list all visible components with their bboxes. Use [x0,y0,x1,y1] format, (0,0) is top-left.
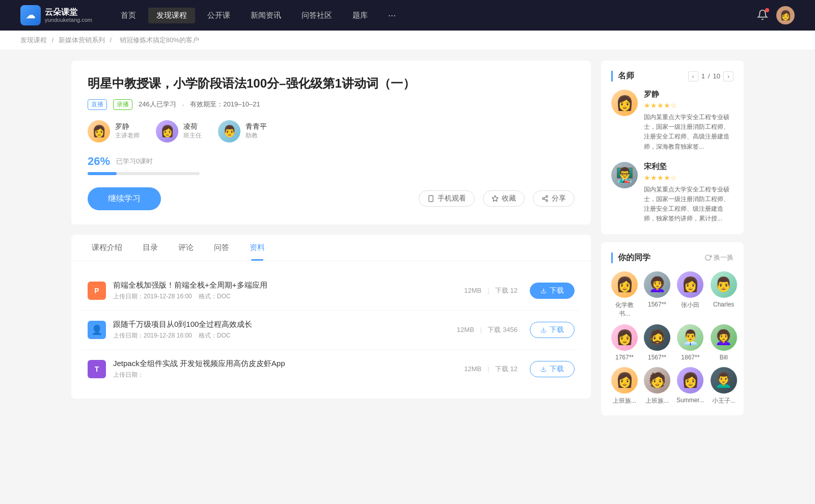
tabs-header: 课程介绍 目录 评论 问答 资料 [71,235,591,261]
refresh-icon [704,254,712,261]
classmate-8: 👩 上班族... [611,367,638,405]
instructor-avatar-1: 👩 [156,120,178,143]
svg-line-7 [544,197,546,198]
user-avatar[interactable]: 👩 [776,6,795,24]
instructor-avatar-2: 👨 [218,120,240,143]
download-button-2[interactable]: 下载 [530,361,575,377]
classmate-4: 👩 1767** [611,324,638,361]
star-icon [492,195,499,202]
breadcrumb-link-discover[interactable]: 发现课程 [20,36,47,44]
file-info-1: 跟随千万级项目从0到100全过程高效成长 上传日期：2019-12-28 16:… [113,320,457,340]
classmate-name-9: 上班族... [645,397,669,405]
logo[interactable]: ☁ 云朵课堂 yundouketang.com [20,5,92,25]
teacher-desc-0: 国内某重点大学安全工程专业硕士，国家一级注册消防工程师、注册安全工程师、高级注册… [644,113,734,152]
classmate-avatar-11: 👨‍🦱 [711,367,737,394]
nav-item-more[interactable]: ··· [380,7,404,24]
instructor-role-1: 班主任 [183,131,202,140]
mobile-watch-button[interactable]: 手机观看 [419,190,475,207]
classmate-name-0: 化学教书... [611,301,638,318]
instructor-avatar-0: 👩 [88,120,110,143]
download-icon-2 [540,366,547,372]
svg-point-3 [546,195,548,198]
refresh-classmates-button[interactable]: 换一换 [704,253,734,262]
tab-review[interactable]: 评论 [168,235,204,261]
teacher-stars-0: ★★★★☆ [644,101,734,109]
nav-item-news[interactable]: 新闻资讯 [242,8,289,23]
classmate-avatar-0: 👩 [611,271,638,298]
classmate-avatar-9: 🧑 [644,367,670,394]
tab-catalog[interactable]: 目录 [132,235,168,261]
tab-intro[interactable]: 课程介绍 [82,235,132,261]
breadcrumb: 发现课程 / 新媒体营销系列 / 销冠修炼术搞定80%的客户 [0,31,815,50]
instructor-name-2: 青青平 [246,122,267,131]
teacher-item-0: 👩 罗静 ★★★★☆ 国内某重点大学安全工程专业硕士，国家一级注册消防工程师、注… [611,90,734,152]
teacher-next-button[interactable]: › [723,71,734,81]
download-button-1[interactable]: 下载 [530,322,575,338]
breadcrumb-link-series[interactable]: 新媒体营销系列 [59,36,105,44]
tab-qa[interactable]: 问答 [204,235,239,261]
file-meta-0: 上传日期：2019-12-28 16:00 格式：DOC [113,292,464,301]
classmates-card-title: 你的同学 [611,253,650,263]
classmate-avatar-10: 👩 [677,367,703,394]
classmates-grid: 👩 化学教书... 👩‍🦱 1567** 👩 张小田 👨 Charles 👩 [611,271,734,405]
course-meta: 直播 录播 246人已学习 · 有效期至：2019–10–21 [88,99,575,110]
download-icon-1 [540,327,547,333]
svg-point-4 [542,198,545,200]
file-icon-1: 👤 [88,321,106,339]
progress-section: 26% 已学习0课时 [88,155,575,175]
instructor-0: 👩 罗静 主讲老师 [88,120,140,143]
logo-text: 云朵课堂 yundouketang.com [45,7,92,23]
download-button-0[interactable]: 下载 [530,283,575,299]
classmate-avatar-6: 👨‍💼 [677,324,703,351]
share-icon [541,195,549,202]
tab-material[interactable]: 资料 [239,235,275,261]
classmate-avatar-5: 🧔 [644,324,670,351]
classmate-name-10: Summer... [676,397,704,404]
file-item-1: 👤 跟随千万级项目从0到100全过程高效成长 上传日期：2019-12-28 1… [82,311,581,350]
valid-until: 有效期至：2019–10–21 [190,100,260,109]
collect-button[interactable]: 收藏 [483,190,525,207]
classmate-avatar-4: 👩 [611,324,638,351]
nav-item-quiz[interactable]: 题库 [344,8,376,23]
breadcrumb-current: 销冠修炼术搞定80%的客户 [120,36,199,44]
teacher-prev-button[interactable]: ‹ [688,71,698,81]
teacher-item-1: 👨‍🏫 宋利坚 ★★★★☆ 国内某重点大学安全工程专业硕士，国家一级注册消防工程… [611,162,734,224]
teacher-page-current: 1 [701,72,705,80]
nav-item-discover[interactable]: 发现课程 [148,8,195,23]
file-stats-1: 12MB | 下载 3456 [457,325,518,334]
classmate-9: 🧑 上班族... [644,367,670,405]
teacher-avatar-1: 👨‍🏫 [611,162,638,188]
classmate-name-3: Charles [713,301,734,308]
logo-icon: ☁ [20,5,41,25]
navbar: ☁ 云朵课堂 yundouketang.com 首页 发现课程 公开课 新闻资讯… [0,0,815,31]
continue-button[interactable]: 继续学习 [88,187,161,210]
classmate-name-5: 1567** [648,354,666,361]
main-container: 明星中教授课，小学阶段语法100分–强化级第1讲动词（一） 直播 录播 246人… [51,61,764,415]
progress-percent: 26% [88,155,110,168]
instructor-name-0: 罗静 [115,122,140,131]
progress-bar [88,172,200,175]
bell-icon[interactable] [757,9,768,22]
right-sidebar: 名师 ‹ 1 / 10 › 👩 罗静 ★★★★☆ 国内某重点大学安全工程专业硕士… [601,61,744,415]
teacher-name-1: 宋利坚 [644,162,734,172]
tabs-card: 课程介绍 目录 评论 问答 资料 P 前端全栈加强版！前端全栈+全周期+多端应用… [71,235,591,399]
classmates-card-header: 你的同学 换一换 [611,253,734,263]
teacher-pagination: ‹ 1 / 10 › [688,71,734,81]
instructor-1: 👩 凌荷 班主任 [156,120,202,143]
classmate-6: 👨‍💼 1867** [676,324,704,361]
nav-item-open[interactable]: 公开课 [199,8,238,23]
file-stats-0: 12MB | 下载 12 [464,286,518,295]
nav-item-home[interactable]: 首页 [113,8,144,23]
sep-dot: · [182,101,184,108]
classmate-name-11: 小王子... [712,397,736,405]
share-button[interactable]: 分享 [533,190,575,207]
classmate-10: 👩 Summer... [676,367,704,405]
file-name-2: Jetpack全组件实战 开发短视频应用高仿皮皮虾App [113,359,464,369]
file-meta-2: 上传日期： [113,371,464,379]
nav-item-qa[interactable]: 问答社区 [293,8,340,23]
instructor-2: 👨 青青平 助教 [218,120,267,143]
file-icon-0: P [88,282,106,300]
notification-dot [765,8,769,12]
instructor-name-1: 凌荷 [183,122,202,131]
progress-fill [88,172,117,175]
